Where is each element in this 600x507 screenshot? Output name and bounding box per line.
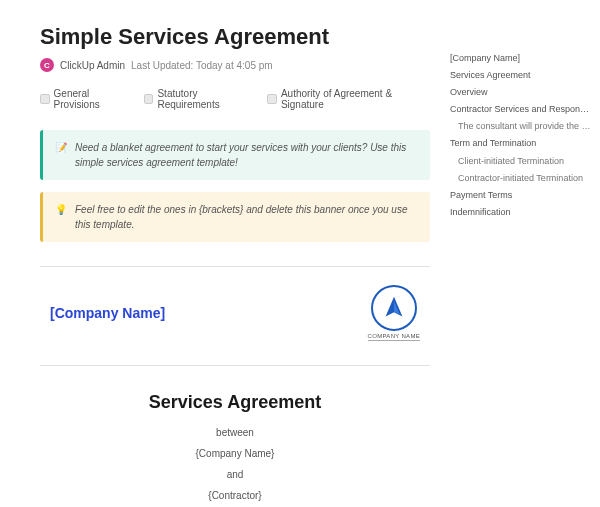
section-chips: General Provisions Statutory Requirement… [40,88,430,110]
callout-text: Need a blanket agreement to start your s… [75,140,418,170]
company-logo-block: COMPANY NAME [368,285,420,341]
toc-item-payment-terms[interactable]: Payment Terms [450,187,592,204]
toc-item-overview[interactable]: Overview [450,84,592,101]
doc-icon [40,94,50,104]
toc-item-indemnification[interactable]: Indemnification [450,204,592,221]
agreement-contractor[interactable]: {Contractor} [40,490,430,501]
last-updated: Last Updated: Today at 4:05 pm [131,60,273,71]
divider [40,365,430,366]
toc-item-contractor-termination[interactable]: Contractor-initiated Termination [450,170,592,187]
bulb-icon: 💡 [55,202,67,217]
callout-instructions: 💡 Feel free to edit the ones in {bracket… [40,192,430,242]
agreement-company[interactable]: {Company Name} [40,448,430,459]
chip-authority-signature[interactable]: Authority of Agreement & Signature [267,88,430,110]
company-logo-label: COMPANY NAME [368,333,420,341]
doc-icon [267,94,277,104]
callout-text: Feel free to edit the ones in {brackets}… [75,202,418,232]
toc-item-client-termination[interactable]: Client-initiated Termination [450,153,592,170]
agreement-between: between [40,427,430,438]
agreement-heading: Services Agreement [40,392,430,413]
toc-item-term-termination[interactable]: Term and Termination [450,135,592,152]
chip-general-provisions[interactable]: General Provisions [40,88,134,110]
chip-label: Authority of Agreement & Signature [281,88,430,110]
doc-meta: C ClickUp Admin Last Updated: Today at 4… [40,58,430,72]
document-main: Simple Services Agreement C ClickUp Admi… [0,0,450,507]
doc-icon [144,94,154,104]
callout-intro: 📝 Need a blanket agreement to start your… [40,130,430,180]
memo-icon: 📝 [55,140,67,155]
outline-sidebar: [Company Name] Services Agreement Overvi… [450,0,600,507]
toc-item-services-agreement[interactable]: Services Agreement [450,67,592,84]
toc-item-company-name[interactable]: [Company Name] [450,50,592,67]
company-header: [Company Name] COMPANY NAME [40,285,430,341]
company-logo-icon [371,285,417,331]
toc-item-contractor-services[interactable]: Contractor Services and Responsibilities [450,101,592,118]
toc-item-consultant-provide[interactable]: The consultant will provide the follow..… [450,118,592,135]
agreement-and: and [40,469,430,480]
divider [40,266,430,267]
chip-statutory-requirements[interactable]: Statutory Requirements [144,88,257,110]
author-avatar[interactable]: C [40,58,54,72]
author-name[interactable]: ClickUp Admin [60,60,125,71]
page-title: Simple Services Agreement [40,24,430,50]
chip-label: Statutory Requirements [157,88,257,110]
company-name-placeholder[interactable]: [Company Name] [50,305,165,321]
chip-label: General Provisions [54,88,134,110]
